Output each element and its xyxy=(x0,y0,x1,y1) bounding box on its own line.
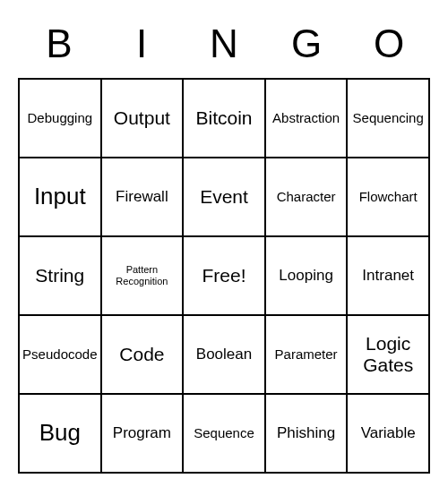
bingo-header: B I N G O xyxy=(18,18,430,73)
bingo-cell[interactable]: Character xyxy=(265,158,348,236)
bingo-cell[interactable]: Event xyxy=(183,158,265,236)
bingo-cell[interactable]: Flowchart xyxy=(347,158,429,236)
header-b: B xyxy=(18,18,100,73)
bingo-cell[interactable]: Bug xyxy=(19,394,101,473)
bingo-cell[interactable]: Pattern Recognition xyxy=(101,236,184,315)
bingo-cell[interactable]: String xyxy=(19,236,101,315)
bingo-grid: DebuggingOutputBitcoinAbstractionSequenc… xyxy=(18,78,430,474)
bingo-cell[interactable]: Parameter xyxy=(265,315,348,394)
bingo-cell[interactable]: Output xyxy=(101,79,184,158)
bingo-cell[interactable]: Boolean xyxy=(183,315,265,394)
header-g: G xyxy=(265,18,348,73)
bingo-cell[interactable]: Code xyxy=(101,315,184,394)
bingo-cell[interactable]: Intranet xyxy=(347,236,429,315)
bingo-card: B I N G O DebuggingOutputBitcoinAbstract… xyxy=(18,18,430,474)
bingo-cell[interactable]: Program xyxy=(101,394,184,473)
bingo-cell[interactable]: Sequence xyxy=(183,394,265,473)
bingo-cell[interactable]: Bitcoin xyxy=(183,79,265,158)
bingo-cell[interactable]: Logic Gates xyxy=(347,315,429,394)
bingo-cell[interactable]: Variable xyxy=(347,394,429,473)
header-o: O xyxy=(348,18,430,73)
header-n: N xyxy=(183,18,265,73)
bingo-cell[interactable]: Abstraction xyxy=(265,79,348,158)
bingo-cell[interactable]: Debugging xyxy=(19,79,101,158)
bingo-cell[interactable]: Firewall xyxy=(101,158,184,236)
bingo-cell[interactable]: Looping xyxy=(265,236,348,315)
bingo-cell[interactable]: Phishing xyxy=(265,394,348,473)
bingo-cell[interactable]: Pseudocode xyxy=(19,315,101,394)
bingo-cell[interactable]: Input xyxy=(19,158,101,236)
bingo-cell[interactable]: Free! xyxy=(183,236,265,315)
bingo-cell[interactable]: Sequencing xyxy=(347,79,429,158)
header-i: I xyxy=(100,18,183,73)
